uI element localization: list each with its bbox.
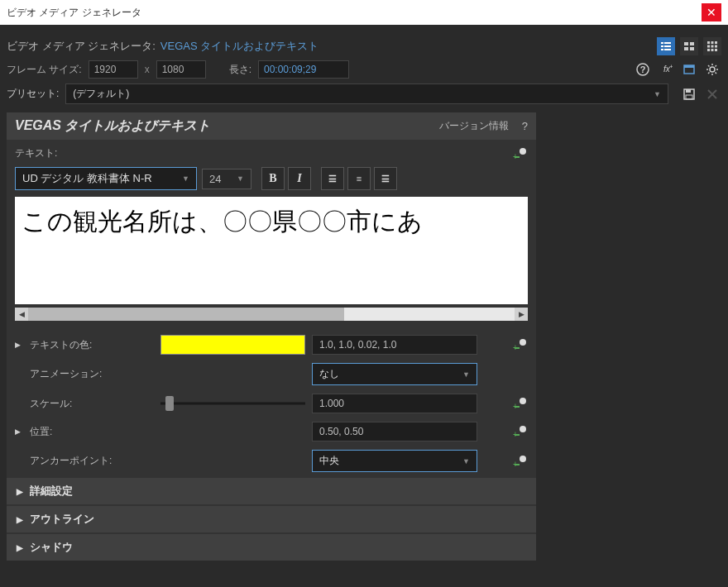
position-keyframe-icon[interactable]: + xyxy=(513,425,528,438)
dimension-x: x xyxy=(145,64,150,75)
animation-select[interactable]: なし ▼ xyxy=(312,363,477,385)
generator-title: ビデオ メディア ジェネレータ: xyxy=(7,39,156,54)
bold-button[interactable]: B xyxy=(261,167,285,190)
text-keyframe-icon[interactable]: + xyxy=(513,147,528,160)
expand-icon[interactable]: ▶ xyxy=(15,341,23,349)
advanced-section[interactable]: ▶ 詳細設定 xyxy=(7,478,536,504)
slider-thumb[interactable] xyxy=(165,396,174,411)
scale-row: スケール: + xyxy=(7,389,536,418)
format-toolbar: UD デジタル 教科書体 N-R ▼ 24 ▼ B I ☰ ≡ ☰ xyxy=(15,164,528,193)
svg-rect-18 xyxy=(715,49,717,51)
horizontal-scrollbar[interactable]: ◀ ▶ xyxy=(15,308,528,321)
svg-rect-2 xyxy=(661,45,663,47)
save-preset-icon[interactable] xyxy=(680,85,698,103)
scroll-right-icon[interactable]: ▶ xyxy=(515,308,528,321)
panel-title-row: VEGAS タイトルおよびテキスト バージョン情報 ? xyxy=(7,112,536,140)
scale-label: スケール: xyxy=(30,397,154,411)
svg-rect-13 xyxy=(707,45,710,48)
svg-rect-3 xyxy=(664,45,671,47)
fx-icon[interactable]: fx+ xyxy=(657,60,675,79)
scroll-thumb[interactable] xyxy=(28,308,344,321)
animation-value: なし xyxy=(319,367,339,381)
position-row: ▶ 位置: + xyxy=(7,418,536,446)
shadow-section[interactable]: ▶ シャドウ xyxy=(7,534,536,561)
generator-subtitle: VEGAS タイトルおよびテキスト xyxy=(160,39,318,54)
outline-section[interactable]: ▶ アウトライン xyxy=(7,506,536,532)
position-input[interactable] xyxy=(312,422,477,441)
anchor-select[interactable]: 中央 ▼ xyxy=(312,450,477,472)
anchor-row: アンカーポイント: 中央 ▼ + xyxy=(7,446,536,476)
shadow-label: シャドウ xyxy=(30,540,73,555)
align-left-button[interactable]: ☰ xyxy=(321,167,344,190)
chevron-down-icon: ▼ xyxy=(237,174,244,183)
svg-rect-7 xyxy=(690,42,694,45)
font-select[interactable]: UD デジタル 教科書体 N-R ▼ xyxy=(15,167,197,190)
help-icon[interactable]: ? xyxy=(634,60,652,79)
frame-height-input[interactable] xyxy=(156,60,206,79)
svg-rect-15 xyxy=(715,45,717,48)
frame-size-row: フレーム サイズ: x 長さ: ? fx+ xyxy=(7,60,721,79)
svg-rect-14 xyxy=(711,45,714,48)
panel-help-icon[interactable]: ? xyxy=(522,120,528,132)
svg-line-30 xyxy=(708,65,710,67)
scale-keyframe-icon[interactable]: + xyxy=(513,397,528,410)
align-right-button[interactable]: ☰ xyxy=(374,167,397,190)
animation-label: アニメーション: xyxy=(30,367,154,381)
titlebar: ビデオ メディア ジェネレータ ✕ xyxy=(0,0,728,25)
text-canvas[interactable]: この観光名所は、〇〇県〇〇市にあ xyxy=(15,197,528,304)
chevron-down-icon: ▼ xyxy=(462,457,470,465)
color-swatch[interactable] xyxy=(160,335,305,355)
length-input[interactable] xyxy=(258,60,349,79)
svg-rect-1 xyxy=(664,42,671,44)
settings-icon[interactable] xyxy=(703,60,721,79)
scale-input[interactable] xyxy=(312,394,477,413)
svg-text:+: + xyxy=(669,63,673,70)
position-label: 位置: xyxy=(30,425,154,439)
svg-rect-35 xyxy=(686,89,691,93)
close-icon: ✕ xyxy=(706,6,716,19)
svg-rect-9 xyxy=(690,47,694,50)
svg-rect-0 xyxy=(661,42,663,44)
font-size-value: 24 xyxy=(209,173,221,185)
preset-row: プリセット: (デフォルト) ▼ xyxy=(7,84,721,104)
chevron-down-icon: ▼ xyxy=(462,370,470,379)
expand-icon[interactable]: ▶ xyxy=(15,427,23,436)
outline-label: アウトライン xyxy=(30,512,94,527)
delete-preset-icon xyxy=(703,85,721,103)
italic-button[interactable]: I xyxy=(288,167,311,190)
panel-title: VEGAS タイトルおよびテキスト xyxy=(15,117,210,135)
font-value: UD デジタル 教科書体 N-R xyxy=(22,171,152,186)
font-size-select[interactable]: 24 ▼ xyxy=(202,169,251,189)
svg-rect-5 xyxy=(664,49,671,50)
align-center-button[interactable]: ≡ xyxy=(347,167,371,190)
length-label: 長さ: xyxy=(229,63,251,77)
color-value-input[interactable] xyxy=(312,335,477,355)
svg-line-31 xyxy=(716,73,717,74)
advanced-label: 詳細設定 xyxy=(30,484,73,499)
view-mode-grid2-icon[interactable] xyxy=(703,37,721,55)
close-button[interactable]: ✕ xyxy=(702,3,721,21)
svg-rect-4 xyxy=(661,49,663,50)
preset-value: (デフォルト) xyxy=(73,87,129,101)
svg-rect-8 xyxy=(684,47,688,50)
scroll-left-icon[interactable]: ◀ xyxy=(15,308,28,321)
frame-width-input[interactable] xyxy=(89,60,138,79)
anchor-keyframe-icon[interactable]: + xyxy=(513,455,528,468)
view-mode-list-icon[interactable] xyxy=(657,37,675,55)
scale-slider[interactable] xyxy=(160,395,305,412)
anchor-value: 中央 xyxy=(319,454,339,468)
version-info-link[interactable]: バージョン情報 xyxy=(439,119,509,133)
view-mode-grid1-icon[interactable] xyxy=(680,37,698,55)
text-content: この観光名所は、〇〇県〇〇市にあ xyxy=(22,208,423,235)
color-keyframe-icon[interactable]: + xyxy=(513,338,528,351)
window-icon[interactable] xyxy=(680,60,698,79)
preset-label: プリセット: xyxy=(7,87,59,101)
svg-line-32 xyxy=(708,73,710,74)
expand-icon: ▶ xyxy=(17,515,23,524)
properties-panel: VEGAS タイトルおよびテキスト バージョン情報 ? テキスト: + UD デ… xyxy=(7,112,536,561)
svg-rect-17 xyxy=(711,49,714,51)
expand-icon: ▶ xyxy=(17,543,23,552)
preset-select[interactable]: (デフォルト) ▼ xyxy=(65,84,668,104)
expand-icon: ▶ xyxy=(17,487,23,496)
svg-rect-10 xyxy=(707,41,710,44)
